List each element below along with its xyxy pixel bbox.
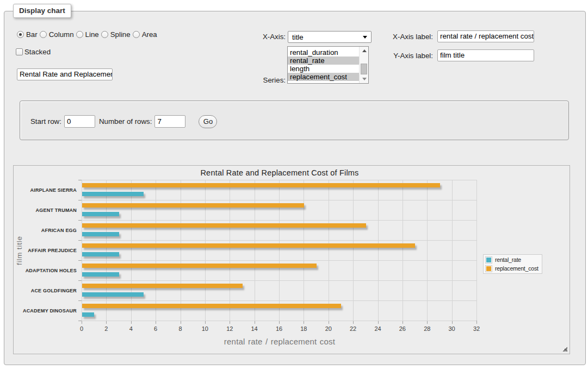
x-tick-label: 6 xyxy=(154,325,157,332)
vertical-gridline xyxy=(106,180,107,321)
yaxis-label-input[interactable]: film title xyxy=(437,49,534,61)
vertical-gridline xyxy=(378,180,379,321)
chart-type-option-spline[interactable]: Spline xyxy=(101,30,131,39)
bar-replacement_cost xyxy=(82,203,304,208)
bar-replacement_cost xyxy=(82,183,440,187)
category-label: ADAPTATION HOLES xyxy=(14,268,77,273)
x-tick-label: 18 xyxy=(300,325,307,332)
horizontal-gridline xyxy=(82,240,476,241)
bar-replacement_cost xyxy=(82,243,415,248)
vertical-gridline xyxy=(427,180,428,321)
radio-icon[interactable] xyxy=(17,31,24,38)
scrollbar-thumb[interactable] xyxy=(361,64,367,74)
num-rows-input[interactable]: 7 xyxy=(154,115,185,128)
vertical-gridline xyxy=(181,180,181,321)
start-row-input[interactable]: 0 xyxy=(64,115,95,128)
bar-rental_rate xyxy=(82,192,144,196)
xaxis-label-input[interactable]: rental rate / replacement cost xyxy=(437,30,534,42)
chevron-down-icon xyxy=(363,36,367,39)
y-tick-mark xyxy=(78,200,82,200)
radio-icon[interactable] xyxy=(101,31,108,38)
x-tick-label: 2 xyxy=(104,325,108,332)
x-tick-label: 28 xyxy=(424,325,430,332)
vertical-gridline xyxy=(205,180,206,321)
bar-replacement_cost xyxy=(82,284,243,288)
x-tick-label: 10 xyxy=(202,325,208,332)
series-scrollbar[interactable] xyxy=(359,47,368,83)
series-option-replacement_cost[interactable]: replacement_cost xyxy=(288,73,359,81)
chart-type-option-area[interactable]: Area xyxy=(133,30,157,39)
y-tick-mark xyxy=(78,300,82,301)
horizontal-gridline xyxy=(82,180,476,180)
chart-type-label: Bar xyxy=(26,30,38,39)
chart-type-group: BarColumnLineSplineArea xyxy=(17,30,159,38)
scroll-down-button[interactable] xyxy=(360,75,369,83)
display-chart-fieldset: Display chart BarColumnLineSplineArea St… xyxy=(4,11,586,365)
chart-type-option-line[interactable]: Line xyxy=(76,30,99,39)
xaxis-select-value: title xyxy=(292,33,304,41)
chart-title-input[interactable]: Rental Rate and Replacement Cost of Film… xyxy=(17,68,113,80)
y-tick-mark xyxy=(78,260,82,261)
bar-rental_rate xyxy=(82,312,94,317)
x-tick-label: 32 xyxy=(473,325,480,332)
vertical-gridline xyxy=(304,180,304,321)
category-label: ACADEMY DINOSAUR xyxy=(14,308,77,313)
horizontal-gridline xyxy=(82,280,476,281)
stacked-checkbox[interactable] xyxy=(16,48,23,55)
series-option-rental_duration[interactable]: rental_duration xyxy=(288,48,359,57)
chart-type-option-bar[interactable]: Bar xyxy=(17,30,38,39)
legend-item-replacement_cost: replacement_cost xyxy=(485,264,539,273)
chart-container: Rental Rate and Replacement Cost of Film… xyxy=(13,165,570,354)
y-tick-mark xyxy=(78,220,82,221)
series-listbox[interactable]: rental_durationrental_ratelengthreplacem… xyxy=(287,46,369,84)
y-tick-mark xyxy=(78,321,82,321)
vertical-gridline xyxy=(353,180,354,321)
bar-replacement_cost xyxy=(82,304,341,308)
x-tick-label: 14 xyxy=(251,325,258,332)
resize-handle-icon[interactable] xyxy=(563,347,567,352)
x-tick-label: 22 xyxy=(350,325,356,332)
bar-replacement_cost xyxy=(82,264,317,268)
radio-icon[interactable] xyxy=(133,31,140,38)
yaxis-label-field-label: Y-Axis label: xyxy=(379,52,433,60)
horizontal-gridline xyxy=(82,260,476,261)
xaxis-select-label: X-Axis: xyxy=(231,33,286,41)
horizontal-gridline xyxy=(82,321,476,321)
vertical-gridline xyxy=(403,180,403,321)
chart-type-label: Spline xyxy=(110,30,131,39)
x-tick-label: 0 xyxy=(80,325,83,332)
series-option-rental_rate[interactable]: rental_rate xyxy=(288,57,359,65)
stacked-label: Stacked xyxy=(24,48,51,56)
vertical-gridline xyxy=(329,180,329,321)
fieldset-legend-title: Display chart xyxy=(13,4,71,18)
bar-rental_rate xyxy=(82,272,119,277)
category-label: ACE GOLDFINGER xyxy=(14,288,77,293)
horizontal-gridline xyxy=(82,200,476,200)
y-tick-mark xyxy=(78,280,82,281)
radio-icon[interactable] xyxy=(40,31,47,38)
vertical-gridline xyxy=(279,180,280,321)
category-label: AGENT TRUMAN xyxy=(14,208,77,213)
horizontal-gridline xyxy=(82,300,476,301)
radio-icon[interactable] xyxy=(76,31,83,38)
x-tick-mark xyxy=(476,321,477,324)
x-tick-label: 12 xyxy=(226,325,233,332)
xaxis-select[interactable]: title xyxy=(288,31,372,43)
bar-rental_rate xyxy=(82,232,119,236)
arrow-down-icon xyxy=(362,78,367,80)
chart-type-option-column[interactable]: Column xyxy=(40,30,74,39)
x-tick-label: 20 xyxy=(325,325,332,332)
x-tick-label: 16 xyxy=(276,325,282,332)
scroll-up-button[interactable] xyxy=(360,47,369,55)
category-label: AFRICAN EGG xyxy=(14,228,77,233)
series-option-length[interactable]: length xyxy=(288,65,359,73)
x-tick-label: 24 xyxy=(374,325,381,332)
arrow-up-icon xyxy=(362,49,367,52)
go-button[interactable]: Go xyxy=(199,115,217,128)
chart-title: Rental Rate and Replacement Cost of Film… xyxy=(82,168,477,177)
vertical-gridline xyxy=(255,180,255,321)
xaxis-label-field-label: X-Axis label: xyxy=(379,33,433,41)
chart-type-label: Line xyxy=(85,30,99,39)
series-options: rental_durationrental_ratelengthreplacem… xyxy=(288,48,368,81)
legend-swatch-icon xyxy=(485,256,492,264)
